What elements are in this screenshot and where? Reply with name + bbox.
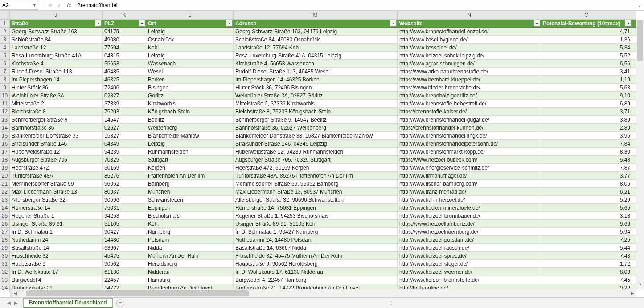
row-header-3[interactable]: 3: [0, 36, 10, 44]
cell[interactable]: http://www.hecker-mineraloele.de/: [398, 204, 541, 212]
cell[interactable]: Königsbach-Stein: [146, 108, 234, 116]
row-header-1[interactable]: 1: [0, 20, 10, 28]
table-header-N[interactable]: Webseite: [398, 20, 541, 28]
row-header-28[interactable]: 28: [0, 236, 10, 244]
table-row[interactable]: Usinger Straße 89-9151105KölnUsinger Str…: [10, 220, 636, 228]
cell[interactable]: In D. Wolfskaute 17, 61130 Nidderau: [234, 268, 398, 276]
cell[interactable]: Kirchstraße 4: [10, 60, 103, 68]
cell[interactable]: http://www.brennstoffhandel-enzel.de/: [398, 28, 541, 36]
cell[interactable]: http://www.brennstoffmarkt-kopp.de/: [398, 148, 541, 156]
cell[interactable]: 9,66: [541, 220, 632, 228]
row-header-32[interactable]: 32: [0, 268, 10, 276]
cell[interactable]: Kirchworbis: [146, 100, 234, 108]
cell[interactable]: https://www.heizoelnuernberg.de/: [398, 228, 541, 236]
cell[interactable]: Bahnhofstraße 36, 02627 Weißenberg: [234, 124, 398, 132]
cell[interactable]: Kirchstraße 4, 56653 Wassenach: [234, 60, 398, 68]
cell[interactable]: 51105: [103, 220, 146, 228]
column-header-J[interactable]: J: [10, 11, 103, 20]
cell[interactable]: Nuthedamm 24, 14480 Potsdam: [234, 236, 398, 244]
cell[interactable]: Brahmsstraße 21, 14772 Brandenburg An De…: [234, 284, 398, 289]
cell[interactable]: Rosa-Luxemburg-Straße 41A, 04315 Leipzig: [234, 52, 398, 60]
row-header-31[interactable]: 31: [0, 260, 10, 268]
cell[interactable]: Rudolf-Diesel-Straße 113, 46485 Wesel: [234, 68, 398, 76]
cell[interactable]: 90596: [103, 196, 146, 204]
cell[interactable]: 5,65: [541, 204, 632, 212]
cell[interactable]: Bamberg: [146, 180, 234, 188]
table-row[interactable]: Schloßstraße 8449080OsnabrückSchloßstraß…: [10, 36, 636, 44]
vertical-scroll-thumb[interactable]: [637, 20, 643, 61]
row-header-8[interactable]: 8: [0, 76, 10, 84]
cell[interactable]: Schloßstraße 84: [10, 36, 103, 44]
cell[interactable]: Weinhübler Straße 3A: [10, 92, 103, 100]
horizontal-scrollbar[interactable]: ◀ ▶: [10, 289, 636, 297]
cell[interactable]: 04315: [103, 52, 146, 60]
cell[interactable]: 4,71: [541, 28, 632, 36]
cell[interactable]: Brahmsstraße 21: [10, 284, 103, 289]
cell[interactable]: http://www.heizoel-steger.de/: [398, 260, 541, 268]
cell[interactable]: 9,10: [541, 92, 632, 100]
cell[interactable]: 85276: [103, 172, 146, 180]
table-row[interactable]: Regener Straße 194253BischofsmaisRegener…: [10, 212, 636, 220]
cell[interactable]: http://www.heizoel-potsdam.de/: [398, 236, 541, 244]
cell[interactable]: Weißenberg: [146, 124, 234, 132]
row-header-21[interactable]: 21: [0, 180, 10, 188]
cell[interactable]: https://www.binder-brennstoffe.de/: [398, 84, 541, 92]
cell[interactable]: In D. Wolfskaute 17: [10, 268, 103, 276]
table-header-M[interactable]: Adresse: [234, 20, 398, 28]
tab-bar-menu-icon[interactable]: ⋮: [389, 300, 394, 305]
cell[interactable]: Mittelstraße 2, 37339 Kirchworbis: [234, 100, 398, 108]
cell[interactable]: http://www.holdorf-brennstoffe.de/: [398, 276, 541, 284]
cell[interactable]: Stralsunder Straße 146, 04349 Leipzig: [234, 140, 398, 148]
cell[interactable]: 90427: [103, 228, 146, 236]
cell[interactable]: Usinger Straße 89-91: [10, 220, 103, 228]
cell[interactable]: München: [146, 188, 234, 196]
cell[interactable]: 5,48: [541, 156, 632, 164]
cell[interactable]: Max-Liebermann-Straße 13: [10, 188, 103, 196]
table-row[interactable]: Rosa-Luxemburg-Straße 41A04315LeipzigRos…: [10, 52, 636, 60]
row-header-5[interactable]: 5: [0, 52, 10, 60]
row-header-11[interactable]: 11: [0, 100, 10, 108]
cell[interactable]: Allersberger Straße 32: [10, 196, 103, 204]
row-header-34[interactable]: 34: [0, 284, 10, 292]
cell[interactable]: 14772: [103, 284, 146, 289]
row-header-22[interactable]: 22: [0, 188, 10, 196]
cell[interactable]: 04179: [103, 28, 146, 36]
cell[interactable]: 1,36: [541, 36, 632, 44]
cell[interactable]: 5,94: [541, 228, 632, 236]
cell[interactable]: http://www.fischer-bamberg.com/: [398, 180, 541, 188]
scroll-down-icon[interactable]: ▼: [636, 282, 644, 289]
table-row[interactable]: Weinhübler Straße 3A02827GörlitzWeinhübl…: [10, 92, 636, 100]
horizontal-scroll-thumb[interactable]: [26, 290, 249, 296]
cell[interactable]: http://www.brennstoffhandelpetersohn.de/: [398, 140, 541, 148]
cell[interactable]: http://www.heizoel-spree.de/: [398, 252, 541, 260]
add-sheet-button[interactable]: +: [116, 299, 124, 307]
name-box-input[interactable]: [0, 1, 31, 9]
cell[interactable]: Osnabrück: [146, 36, 234, 44]
cell[interactable]: http://hoth-online.de/: [398, 284, 541, 289]
filter-icon[interactable]: [95, 20, 102, 27]
cell[interactable]: 3,95: [541, 132, 632, 140]
table-row[interactable]: Basaltstraße 1463667NiddaBasaltstraße 14…: [10, 244, 636, 252]
cell[interactable]: Hamburg: [146, 276, 234, 284]
filter-icon[interactable]: [625, 20, 632, 27]
cell[interactable]: Heerstraße 472, 50169 Kerpen: [234, 164, 398, 172]
table-row[interactable]: Schmerberger Straße 914547BeelitzSchmerb…: [10, 116, 636, 124]
cells[interactable]: StraßePLZOrtAdresseWebseitePotenzial-Bew…: [10, 20, 636, 289]
cell[interactable]: 96052: [103, 180, 146, 188]
cell[interactable]: http://www.brennstoffhandel-gugat.de/: [398, 116, 541, 124]
fx-icon[interactable]: fx: [64, 2, 74, 8]
cell[interactable]: Bisingen: [146, 84, 234, 92]
cell[interactable]: http://www.heizoel-brunnbauer.de/: [398, 212, 541, 220]
cancel-icon[interactable]: ✕: [46, 2, 55, 8]
cell[interactable]: 8,30: [541, 148, 632, 156]
row-header-18[interactable]: 18: [0, 156, 10, 164]
cell[interactable]: 63667: [103, 244, 146, 252]
row-header-27[interactable]: 27: [0, 228, 10, 236]
cell[interactable]: http://www.hahn-heizoel.de/: [398, 196, 541, 204]
table-row[interactable]: Allersberger Straße 3290596Schwanstetten…: [10, 196, 636, 204]
table-row[interactable]: Nuthedamm 2414480PotsdamNuthedamm 24, 14…: [10, 236, 636, 244]
cell[interactable]: Römerstraße 14: [10, 204, 103, 212]
cell[interactable]: Blankenfelder Dorfstraße 33: [10, 132, 103, 140]
cell[interactable]: Regener Straße 1, 94253 Bischofsmais: [234, 212, 398, 220]
cell[interactable]: 3,77: [541, 172, 632, 180]
